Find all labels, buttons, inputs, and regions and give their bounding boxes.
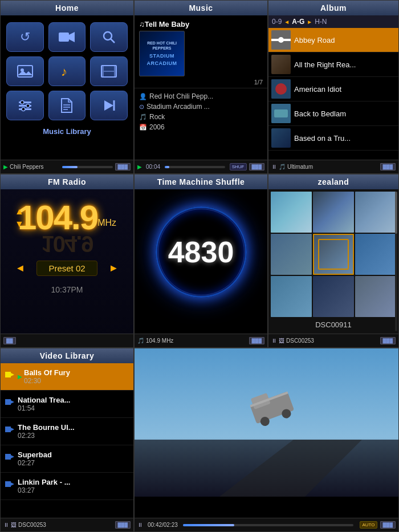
- music-time: 00:04: [146, 164, 160, 170]
- album-item-basedontrue[interactable]: Based on a Tru...: [268, 126, 398, 151]
- home-track-name: Chili Peppers: [10, 164, 60, 170]
- album-status-bar: ⏸ 🎵 Ultimatum ▓▓▓: [268, 160, 398, 173]
- player-time: 00:42/02:23: [148, 522, 178, 528]
- superbad-title: Superbad: [18, 450, 52, 459]
- home-status-bar: ▶ Chili Peppers ▓▓▓: [1, 160, 133, 173]
- zealand-status-bar: ⏸ 🖼 DSC00253 ▓▓▓: [268, 334, 398, 347]
- video-list: ▶ Balls Of Fury 02:30 National Trea... 0…: [1, 363, 133, 500]
- video-item-bourne[interactable]: The Bourne Ul... 02:23: [1, 418, 133, 445]
- video-panel: Video Library ▶ Balls Of Fury 02:30 Nati…: [0, 348, 134, 532]
- album-name-allright: All the Right Rea...: [294, 60, 356, 69]
- fm-preset-next[interactable]: ►: [109, 262, 119, 274]
- settings-icon-btn[interactable]: [6, 91, 44, 120]
- video-pause-icon: ⏸: [3, 522, 9, 528]
- svg-point-2: [104, 32, 112, 40]
- year-icon: 📅: [139, 124, 147, 131]
- home-progress-bar[interactable]: [62, 166, 112, 168]
- media-play-icon-btn[interactable]: [90, 91, 128, 120]
- video-icon-balls: [5, 372, 14, 381]
- photo-6[interactable]: [355, 234, 396, 275]
- svg-rect-9: [101, 66, 104, 77]
- music-now-playing: ♫Tell Me Baby RED HOT CHILI PEPPERS STAD…: [135, 15, 267, 88]
- svg-line-3: [111, 39, 115, 43]
- fm-freq-display: ▲ ▼ 104.9MHz 104.9: [1, 189, 133, 256]
- album-current-track: Ultimatum: [287, 164, 380, 170]
- video-info-national: National Trea... 01:54: [18, 396, 70, 412]
- music-meta-year: 📅 2006: [139, 122, 263, 132]
- video-photo-icon: 🖼: [11, 522, 17, 528]
- home-panel: Home ↺ ♪: [0, 0, 134, 174]
- artist-icon: 👤: [139, 93, 147, 100]
- national-title: National Trea...: [18, 396, 70, 404]
- svg-rect-29: [274, 109, 288, 117]
- album-name-abbey: Abbey Road: [294, 36, 335, 44]
- fm-preset: ◄ Preset 02 ►: [1, 256, 133, 281]
- album-thumb-americanidiot: [271, 79, 291, 99]
- fm-preset-prev[interactable]: ◄: [15, 262, 26, 274]
- home-progress-fill: [62, 166, 77, 168]
- video-item-superbad[interactable]: Superbad 02:27: [1, 445, 133, 473]
- bourne-duration: 02:23: [18, 432, 75, 440]
- video-item-balls[interactable]: ▶ Balls Of Fury 02:30: [1, 363, 133, 391]
- album-nav-ag[interactable]: A-G: [292, 18, 304, 26]
- photo-4[interactable]: [271, 234, 312, 275]
- music-meta-album: ⊙ Stadium Arcadium ...: [139, 101, 263, 112]
- player-progress-bar[interactable]: [183, 524, 354, 526]
- zealand-panel: zealand DSC00911 ⏸ 🖼 DSC00253 ▓▓▓: [268, 174, 399, 348]
- album-thumb-allright: [271, 55, 291, 74]
- photo-9[interactable]: [355, 276, 396, 317]
- genre-icon: 🎵: [139, 113, 147, 121]
- video-battery-icon: ▓▓▓: [115, 521, 131, 529]
- album-nav-arrow-left[interactable]: ◄: [284, 19, 290, 25]
- national-duration: 01:54: [18, 404, 70, 412]
- video-item-linkin[interactable]: Linkin Park - ... 03:27: [1, 473, 133, 500]
- svg-rect-0: [59, 33, 69, 42]
- video-icon-btn[interactable]: [48, 22, 86, 52]
- photo-scrollbar[interactable]: [395, 192, 397, 331]
- photo-3[interactable]: [355, 192, 396, 233]
- photo-8[interactable]: [313, 276, 354, 317]
- balls-play-icon: ▶: [18, 373, 22, 380]
- fm-freq-reflection: 104.9: [6, 235, 128, 253]
- music-panel: Music ♫Tell Me Baby RED HOT CHILI PEPPER…: [134, 0, 268, 174]
- album-thumb-backbedlam: [271, 104, 291, 123]
- document-icon-btn[interactable]: [48, 91, 86, 120]
- album-nav-09[interactable]: 0-9: [272, 18, 282, 26]
- album-item-abbey[interactable]: Abbey Road: [268, 28, 398, 52]
- tm-circle-container: 4830: [135, 189, 267, 315]
- video-item-national[interactable]: National Trea... 01:54: [1, 391, 133, 418]
- fm-arrow-down[interactable]: ▼: [15, 219, 24, 229]
- fm-arrow-up[interactable]: ▲: [15, 206, 24, 217]
- album-nav-hn[interactable]: H-N: [315, 18, 327, 26]
- fm-preset-label: Preset 02: [36, 261, 97, 276]
- fm-frequency: 104.9: [18, 198, 97, 237]
- album-item-backbedlam[interactable]: Back to Bedlam: [268, 101, 398, 126]
- timemachine-header: Time Machine Shuffle: [135, 174, 267, 189]
- search-icon-btn[interactable]: [90, 22, 128, 52]
- video-icon-bourne: [5, 427, 14, 436]
- tm-music-icon: 🎵: [137, 338, 144, 344]
- video-icon-superbad: [5, 454, 14, 464]
- player-status-bar: ⏸ 00:42/02:23 AUTO ▓▓▓: [135, 518, 398, 531]
- album-name-basedontrue: Based on a Tru...: [294, 134, 351, 143]
- album-nav-arrow-right[interactable]: ►: [307, 19, 312, 25]
- refresh-icon-btn[interactable]: ↺: [6, 22, 44, 52]
- music-progress-bar[interactable]: [165, 166, 225, 168]
- album-item-allright[interactable]: All the Right Rea...: [268, 52, 398, 77]
- video-icon-linkin: [5, 481, 14, 491]
- video-status-bar: ⏸ 🖼 DSC00253 ▓▓▓: [1, 518, 133, 531]
- film-icon-btn[interactable]: [90, 56, 128, 86]
- photo-icon-btn[interactable]: [6, 56, 44, 86]
- music-battery-icon: ▓▓▓: [249, 163, 265, 170]
- album-panel: Album 0-9 ◄ A-G ► H-N Abbey Road All the…: [268, 0, 399, 174]
- shuf-badge: SHUF: [230, 163, 247, 170]
- photo-5-selected[interactable]: [313, 234, 354, 275]
- music-icon-btn[interactable]: ♪: [48, 56, 86, 86]
- album-item-americanidiot[interactable]: American Idiot: [268, 77, 398, 101]
- photo-1[interactable]: [271, 192, 312, 233]
- photo-2[interactable]: [313, 192, 354, 233]
- zealand-pause-icon: ⏸: [271, 338, 277, 344]
- svg-point-16: [26, 104, 30, 108]
- photo-7[interactable]: [271, 276, 312, 317]
- player-progress-fill: [183, 524, 234, 526]
